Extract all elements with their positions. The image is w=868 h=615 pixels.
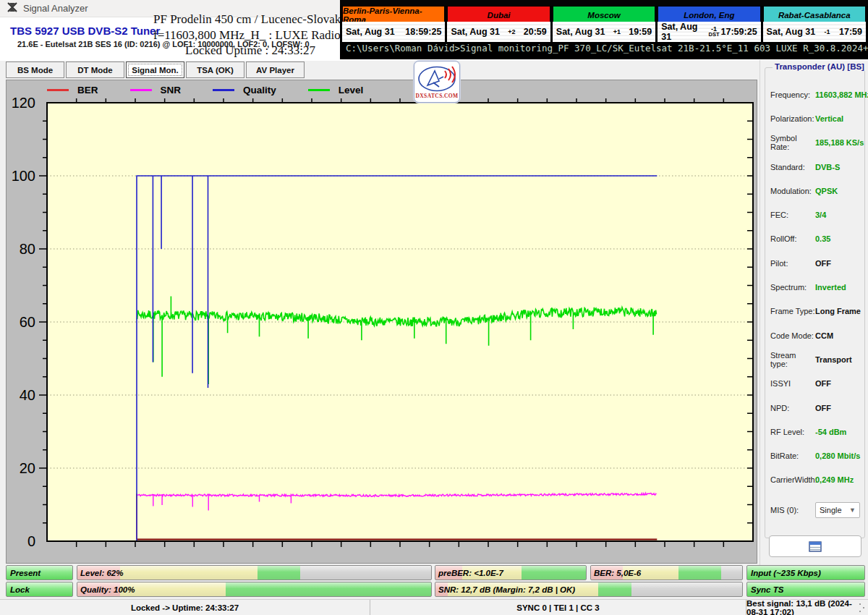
- mis-dropdown[interactable]: Single ▼: [815, 502, 860, 518]
- transponder-sidebar: Transponder (AU) [BS] Frequency:11603,88…: [760, 60, 868, 567]
- row-mis: MIS (0): Single ▼: [770, 502, 860, 518]
- row-frequency: Frequency:11603,882 MHz: [770, 82, 860, 106]
- ts-list-button[interactable]: [769, 535, 861, 557]
- present-badge: Present: [6, 565, 73, 580]
- tab-bs-mode[interactable]: BS Mode: [6, 62, 64, 78]
- status-sync: SYNC 0 | TEI 1 | CC 3: [370, 600, 746, 615]
- svg-text:40: 40: [20, 387, 35, 403]
- console-titlebar[interactable]: [340, 0, 868, 6]
- clock-time: 17:59:25: [721, 27, 757, 37]
- row-rf-level: RF Level:-54 dBm: [770, 420, 860, 444]
- quality-meter-label: Quality: 100%: [80, 585, 135, 594]
- preber-meter-label: preBER: <1.0E-7: [438, 569, 503, 577]
- clock-time-dubai: Sat, Aug 31 +2 20:59: [447, 22, 550, 42]
- row-standard: Standard:DVB-S: [770, 155, 860, 179]
- signal-analyzer-window: Signal Analyzer TBS 5927 USB DVB-S2 Tune…: [0, 0, 868, 615]
- syncts-badge: Sync TS: [746, 582, 865, 597]
- legend-label: Level: [339, 85, 364, 96]
- row-symbol-rate: Symbol Rate:185,188 KS/s: [770, 131, 860, 155]
- svg-text:60: 60: [20, 314, 35, 330]
- site-line2: f=11603,800 MHz_H_ : LUXE Radio: [153, 27, 347, 43]
- row-pilot: Pilot:OFF: [770, 251, 860, 275]
- row-bitrate: BitRate:0,280 Mbit/s: [770, 444, 860, 467]
- legend-label: SNR: [161, 85, 182, 96]
- row-polarization: Polarization:Vertical: [770, 106, 860, 130]
- chevron-down-icon: ▼: [849, 506, 856, 514]
- site-line1: PF Prodelin 450 cm / Lucenec-Slovakia: [153, 12, 347, 27]
- row-carrier-width: CarrierWidth:0,249 MHz: [770, 468, 860, 492]
- tuner-title: TBS 5927 USB DVB-S2 Tuner: [10, 25, 160, 37]
- mode-tabs: BS Mode DT Mode Signal Mon. TSA (OK) AV …: [6, 62, 305, 78]
- utc-offset: -1: [825, 30, 830, 35]
- snr-line-swatch: [130, 89, 152, 91]
- row-rolloff: RollOff:0.35: [770, 227, 860, 251]
- resize-grip[interactable]: [858, 602, 867, 612]
- dxsatcs-logo: DXSATCS.COM: [414, 61, 460, 103]
- clock-time: 19:59: [629, 27, 652, 37]
- world-clock-headers: Berlin-Paris-Vienna-Roma Dubai Moscow Lo…: [340, 6, 868, 20]
- clock-time: 20:59: [524, 27, 547, 37]
- chart-legend: BER SNR Quality Level: [47, 85, 363, 96]
- transponder-groupbox: Transponder (AU) [BS] Frequency:11603,88…: [765, 67, 865, 538]
- status-uptime: Locked -> Uptime: 24:33:27: [0, 600, 370, 615]
- clock-date: Sat, Aug 31: [451, 27, 500, 37]
- legend-label: BER: [77, 85, 98, 96]
- ber-meter: BER: 5,0E-6: [590, 565, 743, 580]
- row-code-mode: Code Mode:CCM: [770, 323, 860, 347]
- satellite-dish-icon: [417, 65, 456, 93]
- level-line-swatch: [308, 89, 330, 91]
- svg-text:0: 0: [27, 533, 35, 549]
- legend-label: Quality: [243, 85, 276, 96]
- tab-dt-mode[interactable]: DT Mode: [66, 62, 124, 78]
- utc-offset: +2: [508, 30, 515, 35]
- tab-av-player[interactable]: AV Player: [246, 62, 305, 78]
- clock-date: Sat, Aug 31: [661, 22, 707, 42]
- clock-time-rabat: Sat, Aug 31 -1 17:59: [763, 22, 866, 42]
- row-modulation: Modulation:QPSK: [770, 179, 860, 203]
- quality-meter: Quality: 100%: [77, 582, 432, 597]
- svg-text:100: 100: [12, 168, 35, 184]
- window-title: Signal Analyzer: [23, 3, 88, 14]
- snr-meter: SNR: 12,7 dB (Margin: 7,2 dB | OK): [435, 582, 743, 597]
- clock-date: Sat, Aug 31: [346, 27, 395, 37]
- row-frame-type: Frame Type:Long Frame: [770, 300, 860, 323]
- legend-item-quality: Quality: [213, 85, 276, 96]
- status-bar: Locked -> Uptime: 24:33:27 SYNC 0 | TEI …: [0, 599, 868, 615]
- input-badge: Input (~235 Kbps): [746, 565, 865, 580]
- utc-offset: +1: [613, 30, 621, 35]
- dxsatcs-logo-text: DXSATCS.COM: [415, 93, 458, 99]
- list-icon: [809, 541, 822, 552]
- console-window: Berlin-Paris-Vienna-Roma Dubai Moscow Lo…: [340, 0, 868, 59]
- svg-text:120: 120: [12, 95, 35, 111]
- signal-chart: 020406080100120: [7, 80, 757, 563]
- clock-time: 17:59: [839, 27, 862, 37]
- preber-meter: preBER: <1.0E-7: [435, 565, 587, 580]
- app-icon: [7, 2, 17, 15]
- legend-item-ber: BER: [47, 85, 98, 96]
- level-meter-label: Level: 62%: [80, 569, 123, 577]
- status-best-signal: Best signal: 13,1 dB (2024-08-31 17:02): [746, 600, 859, 615]
- row-spectrum: Spectrum:Inverted: [770, 275, 860, 299]
- level-meter: Level: 62%: [77, 565, 432, 580]
- clock-time-london: Sat, Aug 31 -1 DST 17:59:25: [658, 22, 760, 42]
- clock-date: Sat, Aug 31: [767, 27, 816, 37]
- lock-badge: Lock: [6, 582, 73, 597]
- snr-meter-label: SNR: 12,7 dB (Margin: 7,2 dB | OK): [438, 585, 575, 594]
- svg-text:80: 80: [20, 241, 35, 257]
- quality-line-swatch: [213, 89, 234, 91]
- row-fec: FEC:3/4: [770, 203, 860, 226]
- row-issyi: ISSYIOFF: [770, 372, 860, 396]
- ber-line-swatch: [47, 89, 69, 91]
- clock-date: Sat, Aug 31: [556, 27, 605, 37]
- transponder-title: Transponder (AU) [BS]: [773, 62, 867, 71]
- ber-meter-label: BER: 5,0E-6: [594, 569, 641, 577]
- clock-time: 18:59:25: [405, 27, 441, 37]
- tab-tsa[interactable]: TSA (OK): [186, 62, 244, 78]
- mis-selected-value: Single: [820, 506, 842, 514]
- transponder-rows: Frequency:11603,882 MHz Polarization:Ver…: [770, 82, 860, 492]
- legend-item-level: Level: [308, 85, 364, 96]
- tab-signal-mon[interactable]: Signal Mon.: [126, 62, 184, 78]
- site-line3: Locked Uptime : 24:33:27: [153, 43, 347, 59]
- svg-text:20: 20: [20, 460, 35, 476]
- row-stream-type: Stream type:Transport: [770, 347, 860, 371]
